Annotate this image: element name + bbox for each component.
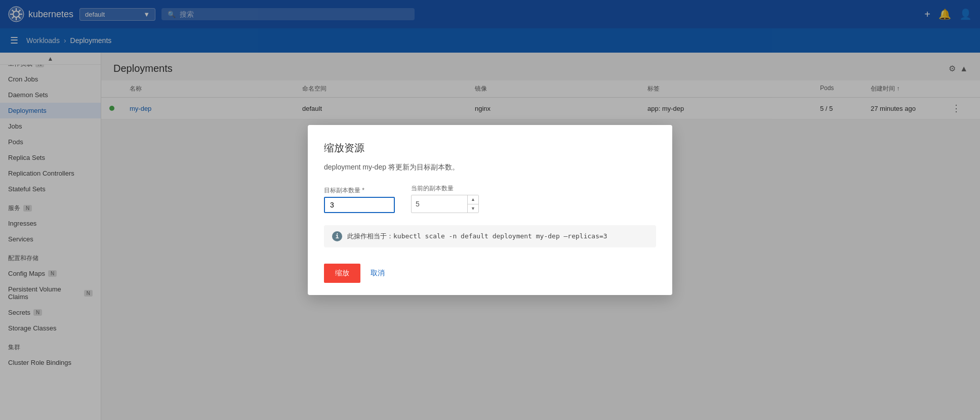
- dialog-description: deployment my-dep 将更新为目标副本数。: [324, 163, 656, 172]
- spinner-controls: ▲ ▼: [467, 195, 478, 213]
- info-text: 此操作相当于：kubectl scale -n default deployme…: [347, 232, 607, 241]
- info-icon: i: [332, 231, 342, 241]
- current-replicas-label: 当前的副本数量: [411, 184, 479, 193]
- current-replicas-input: [412, 197, 467, 211]
- target-replicas-input[interactable]: [324, 197, 395, 213]
- target-replicas-label: 目标副本数量 *: [324, 186, 395, 195]
- dialog-fields: 目标副本数量 * 当前的副本数量 ▲ ▼: [324, 184, 656, 213]
- scale-dialog: 缩放资源 deployment my-dep 将更新为目标副本数。 目标副本数量…: [308, 125, 672, 295]
- info-box: i 此操作相当于：kubectl scale -n default deploy…: [324, 225, 656, 247]
- dialog-overlay: 缩放资源 deployment my-dep 将更新为目标副本数。 目标副本数量…: [0, 0, 980, 420]
- spinner-down-button[interactable]: ▼: [468, 204, 478, 213]
- dialog-actions: 缩放 取消: [324, 264, 656, 283]
- scale-button[interactable]: 缩放: [324, 264, 360, 283]
- spinner-up-button[interactable]: ▲: [468, 195, 478, 204]
- current-replicas-field: 当前的副本数量 ▲ ▼: [411, 184, 479, 213]
- cancel-button[interactable]: 取消: [369, 265, 387, 282]
- dialog-title: 缩放资源: [324, 141, 656, 155]
- current-replicas-spinner: ▲ ▼: [411, 195, 479, 213]
- target-replicas-field: 目标副本数量 *: [324, 186, 395, 213]
